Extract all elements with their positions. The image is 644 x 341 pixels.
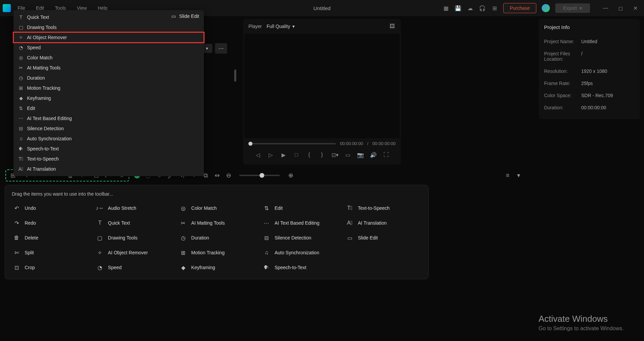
customize-auto-sync[interactable]: ♫Auto Synchronization [262,247,338,258]
player-viewport[interactable] [244,34,400,138]
dropdown-ai-object-remover[interactable]: ✧AI Object Remover [14,32,204,42]
dropdown-color-match[interactable]: ◎Color Match [14,53,204,63]
customize-speech-to-text[interactable]: 🗣Speech-to-Text [262,262,338,273]
crop-icon: ⊡ [13,264,20,271]
player-controls: ◁ ▷ ▶ □ { } ⊡▾ ▭ 📷 🔊 ⛶ [243,149,401,161]
project-colorspace-value: SDR - Rec.709 [581,93,613,98]
play-icon[interactable]: ▶ [280,151,287,158]
customize-edit[interactable]: ⇅Edit [262,203,338,214]
silence-icon: ⊟ [263,234,270,241]
image-icon[interactable]: 🖼 [389,23,396,30]
screen-icon[interactable]: ▭ [344,151,351,158]
export-button[interactable]: Export ▾ [555,3,590,13]
more-options-button[interactable]: ⋯ [215,43,227,54]
fullscreen-icon[interactable]: ⛶ [383,151,390,158]
customize-ai-object-remover[interactable]: ✧AI Object Remover [95,247,172,258]
ratio-icon[interactable]: ⊡▾ [331,151,338,158]
dropdown-ai-matting[interactable]: ✂AI Matting Tools [14,63,204,73]
close-button[interactable]: ✕ [629,2,641,14]
next-frame-icon[interactable]: ▷ [267,151,274,158]
dropdown-keyframing[interactable]: ◆Keyframing [14,93,204,103]
customize-speed[interactable]: ◔Speed [95,262,172,273]
dropdown-label: AI Object Remover [27,35,67,40]
chevron-down-icon: ▾ [292,24,295,29]
dropdown-silence-detection[interactable]: ⊟Silence Detection [14,123,204,134]
matting-icon: ✂ [180,220,187,226]
chevron-down-icon[interactable]: ▾ [515,172,522,179]
headset-icon[interactable]: 🎧 [479,5,486,11]
ai-remove-icon: ✧ [97,249,103,256]
prev-frame-icon[interactable]: ◁ [254,151,261,158]
tracking-icon: ⊞ [18,85,24,91]
app-logo [3,4,11,12]
document-title: Untitled [314,5,331,11]
customize-delete[interactable]: 🗑Delete [12,232,88,243]
project-framerate-label: Frame Rate: [544,81,581,86]
customize-split[interactable]: ✄Split [12,247,88,258]
zoom-in-icon[interactable]: ⊕ [287,172,294,179]
list-view-icon[interactable]: ≡ [504,172,511,179]
customize-color-match[interactable]: ◎Color Match [179,203,255,214]
mark-out-icon[interactable]: } [319,151,325,158]
customize-silence-detection[interactable]: ⊟Silence Detection [262,232,338,243]
layout-icon[interactable]: ▦ [442,5,449,11]
customize-grid: ↶Undo ♪↔Audio Stretch ◎Color Match ⇅Edit… [12,203,422,273]
time-slider[interactable] [248,143,336,144]
customize-audio-stretch[interactable]: ♪↔Audio Stretch [95,203,172,214]
translate-icon: A⃝ [18,166,24,172]
globe-icon[interactable] [542,4,550,12]
customize-redo[interactable]: ↷Redo [12,218,88,228]
draw-icon: ▢ [97,234,103,241]
maximize-button[interactable]: ◻ [614,2,626,14]
customize-ai-translation[interactable]: A⃝AI Translation [345,218,422,228]
customize-undo[interactable]: ↶Undo [12,203,88,214]
cloud-icon[interactable]: ☁ [467,5,474,11]
dropdown-ai-text-editing[interactable]: ⋯AI Text Based Editing [14,113,204,123]
color-icon: ◎ [18,55,24,60]
dropdown-auto-sync[interactable]: ♫Auto Synchronization [14,134,204,144]
minimize-button[interactable]: — [599,2,612,14]
dropdown-speech-to-text[interactable]: 🗣Speech-to-Text [14,144,204,154]
volume-icon[interactable]: 🔊 [370,151,377,158]
delete-icon: 🗑 [13,234,20,241]
customize-drawing-tools[interactable]: ▢Drawing Tools [95,232,172,243]
fit-icon[interactable]: ⇔ [214,172,220,179]
customize-label: Speech-to-Text [274,265,306,270]
draw-icon: ▢ [18,25,24,30]
dropdown-text-to-speech[interactable]: T⃝Text-to-Speech [14,154,204,164]
project-duration-label: Duration: [544,105,581,110]
customize-hint: Drag the items you want to use into the … [12,191,422,197]
customize-label: Quick Text [108,220,130,226]
customize-label: Speed [108,265,122,270]
snapshot-icon[interactable]: 📷 [357,151,364,158]
dropdown-speed[interactable]: ◔Speed [14,42,204,53]
customize-quick-text[interactable]: TQuick Text [95,218,172,228]
customize-ai-matting[interactable]: ✂AI Matting Tools [179,218,255,228]
customize-slide-edit[interactable]: ▭Slide Edit [345,232,422,243]
zoom-slider[interactable] [239,175,280,176]
mark-in-icon[interactable]: { [306,151,313,158]
save-icon[interactable]: 💾 [455,5,461,11]
dropdown-slide-edit[interactable]: ▭ Slide Edit [171,13,199,19]
customize-text-to-speech[interactable]: T⃝Text-to-Speech [345,203,422,214]
purchase-button[interactable]: Purchase [503,3,536,13]
dropdown-drawing-tools[interactable]: ▢Drawing Tools [14,22,204,32]
dropdown-edit[interactable]: ⇅Edit [14,103,204,113]
quality-select[interactable]: Full Quality ▾ [267,24,295,29]
dropdown-motion-tracking[interactable]: ⊞Motion Tracking [14,83,204,93]
speed-icon: ◔ [18,45,24,50]
customize-keyframing[interactable]: ◆Keyframing [179,262,255,273]
stop-icon[interactable]: □ [293,151,300,158]
customize-motion-tracking[interactable]: ⊞Motion Tracking [179,247,255,258]
customize-label: Color Match [191,205,217,211]
slide-edit-label: Slide Edit [179,13,199,19]
customize-ai-text-editing[interactable]: ⋯AI Text Based Editing [262,218,338,228]
customize-crop[interactable]: ⊡Crop [12,262,88,273]
dropdown-duration[interactable]: ◷Duration [14,73,204,83]
dropdown-ai-translation[interactable]: A⃝AI Translation [14,164,204,174]
customize-duration[interactable]: ◷Duration [179,232,255,243]
customize-label: Motion Tracking [191,250,225,255]
zoom-out-icon[interactable]: ⊖ [225,172,232,179]
scrollbar-thumb[interactable] [234,69,236,82]
apps-icon[interactable]: ⊞ [491,5,498,11]
